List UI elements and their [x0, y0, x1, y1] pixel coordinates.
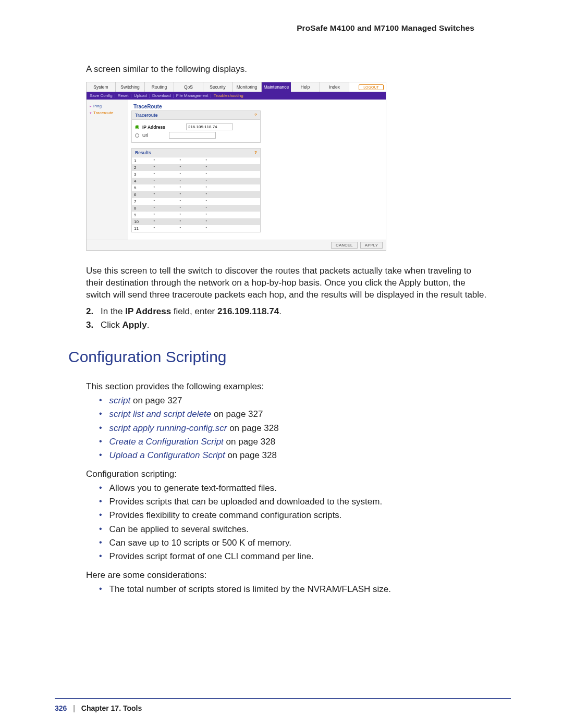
section-heading: Configuration Scripting	[68, 348, 511, 366]
results-box-title: Results	[135, 150, 151, 155]
traceroute-box: Traceroute ? IP Address Url	[131, 110, 261, 143]
bullet-icon: •	[99, 449, 102, 462]
config-list: •Allows you to generate text-formatted f…	[99, 482, 511, 564]
list-item: •Provides flexibility to create command …	[99, 509, 511, 522]
list-item: •The total number of scripts stored is l…	[99, 583, 511, 596]
table-row: 11"""	[132, 225, 260, 232]
list-text: Can save up to 10 scripts or 500 K of me…	[109, 536, 291, 550]
examples-intro: This section provides the following exam…	[86, 381, 511, 392]
t: In the	[101, 306, 125, 316]
chapter-label: Chapter 17. Tools	[81, 704, 142, 712]
page-header: ProSafe M4100 and M7100 Managed Switches	[55, 23, 474, 33]
button-bar: CANCEL APPLY	[87, 240, 386, 250]
bullet-icon: •	[99, 422, 102, 435]
tab-spacer	[349, 82, 357, 92]
results-box: Results ? 1"""2"""3"""4"""5"""6"""7"""8"…	[131, 148, 261, 232]
list-item: •script on page 327	[99, 394, 511, 408]
t: .	[279, 306, 282, 316]
screenshot: SystemSwitchingRoutingQoSSecurityMonitor…	[86, 82, 386, 251]
tab-monitoring[interactable]: Monitoring	[232, 82, 262, 92]
step-text: In the IP Address field, enter 216.109.1…	[101, 306, 282, 317]
step-text: Click Apply.	[101, 320, 150, 330]
list-text: Provides flexibility to create command c…	[109, 509, 342, 522]
side-menu: ▸Ping▾Traceroute	[87, 100, 128, 240]
cross-ref-link[interactable]: Create a Configuration Script	[109, 437, 224, 447]
url-field[interactable]	[169, 132, 216, 139]
tab-system[interactable]: System	[87, 82, 116, 92]
help-icon[interactable]: ?	[254, 150, 257, 155]
t: Apply	[123, 320, 147, 330]
table-row: 6"""	[132, 191, 260, 198]
ip-address-field[interactable]	[186, 124, 233, 130]
bullet-icon: •	[99, 394, 102, 408]
step-3: 3. Click Apply.	[86, 320, 511, 330]
tab-qos[interactable]: QoS	[174, 82, 203, 92]
subnav-troubleshooting[interactable]: Troubleshooting	[214, 93, 243, 98]
step-2: 2. In the IP Address field, enter 216.10…	[86, 306, 511, 317]
ip-label: IP Address	[142, 125, 165, 130]
cross-ref-link[interactable]: script apply running-config.scr	[109, 423, 227, 433]
bullet-icon: •	[99, 435, 102, 449]
subnav-upload[interactable]: Upload	[134, 93, 147, 98]
list-text: Provides scripts that can be uploaded an…	[109, 495, 383, 509]
tab-help[interactable]: Help	[291, 82, 320, 92]
list-item: •Provides script format of one CLI comma…	[99, 550, 511, 563]
after-shot-para: Use this screen to tell the switch to di…	[86, 265, 490, 301]
bullet-icon: •	[99, 509, 102, 522]
table-row: 10"""	[132, 218, 260, 225]
bullet-icon: •	[99, 550, 102, 563]
t: IP Address	[125, 306, 171, 316]
sub-nav: Save Config|Reset|Upload|Download|File M…	[87, 92, 386, 100]
table-row: 4"""	[132, 178, 260, 184]
tab-security[interactable]: Security	[203, 82, 232, 92]
cross-ref-link[interactable]: script list and script delete	[109, 409, 212, 419]
chevron-icon: ▸	[90, 104, 92, 108]
list-text: Can be applied to several switches.	[109, 523, 249, 536]
list-item: •script apply running-config.scr on page…	[99, 422, 511, 435]
bullet-icon: •	[99, 495, 102, 509]
traceroute-box-title: Traceroute	[135, 113, 157, 118]
subnav-save-config[interactable]: Save Config	[90, 93, 113, 98]
considerations-label: Here are some considerations:	[86, 570, 511, 581]
intro-text: A screen similar to the following displa…	[86, 64, 511, 75]
bullet-icon: •	[99, 536, 102, 550]
page-number: 326	[55, 704, 67, 712]
table-row: 1"""	[132, 157, 260, 164]
list-item: •Can save up to 10 scripts or 500 K of m…	[99, 536, 511, 550]
list-item: •Can be applied to several switches.	[99, 523, 511, 536]
examples-list: •script on page 327•script list and scri…	[99, 394, 511, 463]
cross-ref-link[interactable]: Upload a Configuration Script	[109, 450, 225, 460]
page-footer: 326 | Chapter 17. Tools	[55, 698, 511, 712]
cross-ref-tail: on page 327	[211, 409, 263, 419]
ip-radio[interactable]	[135, 125, 139, 129]
cancel-button[interactable]: CANCEL	[331, 242, 357, 249]
sidebar-item-traceroute[interactable]: ▾Traceroute	[89, 109, 126, 116]
list-item: •Create a Configuration Script on page 3…	[99, 435, 511, 449]
list-text: Allows you to generate text-formatted fi…	[109, 482, 277, 495]
cross-ref-link[interactable]: script	[109, 396, 131, 405]
apply-button[interactable]: APPLY	[360, 242, 383, 249]
url-label: Url	[142, 133, 148, 138]
bullet-icon: •	[99, 408, 102, 421]
help-icon[interactable]: ?	[254, 113, 257, 118]
tab-routing[interactable]: Routing	[145, 82, 174, 92]
logout-button[interactable]: LOGOUT	[357, 82, 386, 92]
list-text: The total number of scripts stored is li…	[109, 583, 391, 596]
table-row: 9"""	[132, 212, 260, 218]
url-radio[interactable]	[135, 133, 139, 138]
table-row: 3"""	[132, 171, 260, 178]
tab-switching[interactable]: Switching	[116, 82, 145, 92]
tab-maintenance[interactable]: Maintenance	[262, 82, 291, 92]
table-row: 8"""	[132, 205, 260, 212]
subnav-file-management[interactable]: File Management	[176, 93, 209, 98]
subnav-reset[interactable]: Reset	[118, 93, 129, 98]
cross-ref-tail: on page 327	[130, 396, 182, 405]
cross-ref-tail: on page 328	[224, 437, 275, 447]
top-tabs: SystemSwitchingRoutingQoSSecurityMonitor…	[87, 82, 386, 92]
sidebar-item-ping[interactable]: ▸Ping	[89, 103, 126, 109]
tab-index[interactable]: Index	[320, 82, 349, 92]
list-text: Provides script format of one CLI comman…	[109, 550, 314, 563]
list-item: •Allows you to generate text-formatted f…	[99, 482, 511, 495]
table-row: 7"""	[132, 198, 260, 205]
subnav-download[interactable]: Download	[152, 93, 171, 98]
